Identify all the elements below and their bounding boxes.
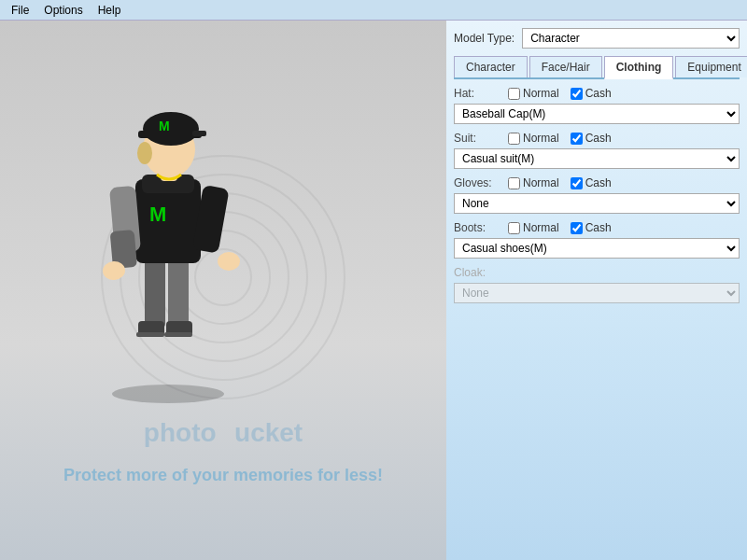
tab-clothing[interactable]: Clothing	[604, 56, 674, 79]
hat-cash-check[interactable]: Cash	[571, 87, 612, 100]
svg-rect-27	[192, 131, 206, 136]
boots-checkboxes: Normal Cash	[508, 221, 612, 234]
boots-label: Boots:	[454, 221, 500, 234]
menu-help[interactable]: Help	[91, 2, 129, 19]
svg-point-25	[143, 112, 199, 146]
cloak-section-header: Cloak:	[454, 266, 740, 279]
suit-cash-checkbox[interactable]	[571, 133, 583, 145]
hat-normal-check[interactable]: Normal	[508, 87, 559, 100]
svg-rect-7	[145, 254, 165, 329]
hat-normal-label: Normal	[523, 87, 559, 100]
cloak-select: None	[454, 283, 740, 303]
tab-facehair[interactable]: Face/Hair	[529, 56, 602, 77]
menu-bar: File Options Help	[0, 0, 747, 21]
boots-cash-checkbox[interactable]	[571, 222, 583, 234]
gloves-normal-check[interactable]: Normal	[508, 176, 559, 189]
right-panel: Model Type: Character Monster NPC Charac…	[446, 21, 747, 560]
watermark: photo ucket	[0, 418, 446, 448]
boots-normal-check[interactable]: Normal	[508, 221, 559, 234]
gloves-cash-checkbox[interactable]	[571, 177, 583, 189]
svg-rect-12	[164, 332, 192, 337]
tabs-container: Character Face/Hair Clothing Equipment	[454, 56, 740, 79]
boots-normal-label: Normal	[523, 221, 559, 234]
svg-point-23	[137, 142, 152, 164]
gloves-cash-check[interactable]: Cash	[571, 176, 612, 189]
hat-select[interactable]: Baseball Cap(M)	[454, 104, 740, 124]
hat-section-header: Hat: Normal Cash	[454, 87, 740, 100]
main-layout: M	[0, 21, 747, 560]
gloves-section-header: Gloves: Normal Cash	[454, 176, 740, 189]
suit-checkboxes: Normal Cash	[508, 132, 612, 145]
suit-normal-check[interactable]: Normal	[508, 132, 559, 145]
suit-cash-label: Cash	[585, 132, 612, 145]
gloves-normal-checkbox[interactable]	[508, 177, 520, 189]
suit-normal-checkbox[interactable]	[508, 133, 520, 145]
hat-label: Hat:	[454, 87, 500, 100]
gloves-label: Gloves:	[454, 176, 500, 189]
suit-label: Suit:	[454, 132, 500, 145]
suit-cash-check[interactable]: Cash	[571, 132, 612, 145]
character-viewport: M	[0, 21, 446, 560]
boots-select[interactable]: Casual shoes(M)	[454, 238, 740, 259]
hat-cash-label: Cash	[585, 87, 612, 100]
gloves-normal-label: Normal	[523, 176, 559, 189]
cloak-label: Cloak:	[454, 266, 500, 279]
svg-point-20	[218, 252, 240, 271]
tab-equipment[interactable]: Equipment	[675, 56, 747, 77]
svg-text:M: M	[149, 203, 166, 226]
protect-text: Protect more of your memories for less!	[0, 466, 446, 485]
suit-select[interactable]: Casual suit(M)	[454, 148, 740, 169]
suit-section-header: Suit: Normal Cash	[454, 132, 740, 145]
model-type-row: Model Type: Character Monster NPC	[454, 28, 740, 49]
boots-normal-checkbox[interactable]	[508, 222, 520, 234]
hat-cash-checkbox[interactable]	[571, 88, 583, 100]
svg-rect-11	[136, 332, 164, 337]
gloves-cash-label: Cash	[585, 176, 612, 189]
model-type-label: Model Type:	[454, 32, 514, 45]
boots-cash-check[interactable]: Cash	[571, 221, 612, 234]
svg-text:M: M	[159, 119, 170, 133]
hat-checkboxes: Normal Cash	[508, 87, 612, 100]
menu-file[interactable]: File	[4, 2, 36, 19]
tab-character[interactable]: Character	[454, 56, 528, 77]
boots-section-header: Boots: Normal Cash	[454, 221, 740, 234]
gloves-checkboxes: Normal Cash	[508, 176, 612, 189]
model-type-select[interactable]: Character Monster NPC	[522, 28, 740, 49]
character-figure: M	[75, 49, 261, 403]
hat-normal-checkbox[interactable]	[508, 88, 520, 100]
gloves-select[interactable]: None	[454, 193, 740, 214]
menu-options[interactable]: Options	[36, 2, 90, 19]
svg-rect-8	[168, 254, 189, 329]
svg-point-6	[112, 385, 224, 403]
suit-normal-label: Normal	[523, 132, 559, 145]
boots-cash-label: Cash	[585, 221, 612, 234]
